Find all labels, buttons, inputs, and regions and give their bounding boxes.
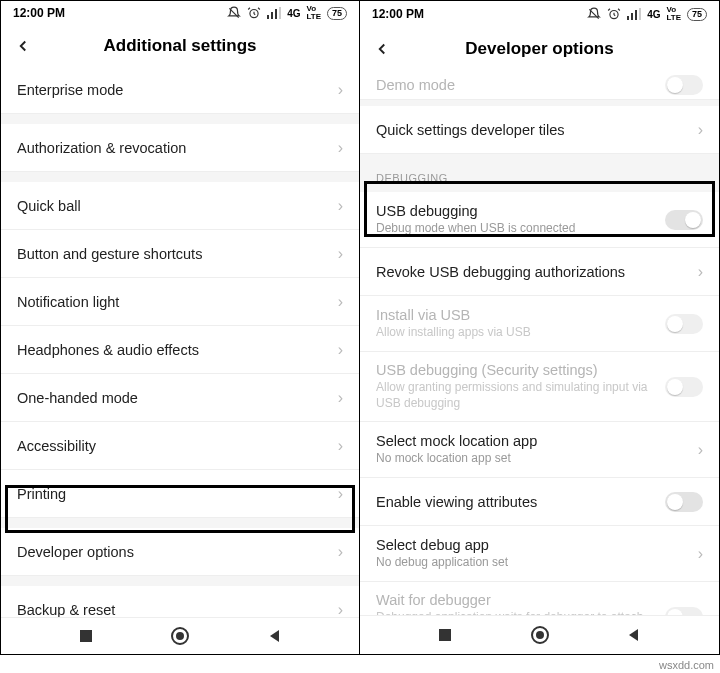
nav-back-button[interactable] xyxy=(624,625,644,645)
settings-list: Enterprise mode › Authorization & revoca… xyxy=(1,66,359,617)
chevron-right-icon: › xyxy=(338,437,343,455)
header: Additional settings xyxy=(1,26,359,66)
nav-bar xyxy=(1,617,359,654)
status-bar: 12:00 PM 4G VoLTE 75 xyxy=(360,1,719,27)
row-printing[interactable]: Printing › xyxy=(1,470,359,518)
row-sublabel: Debugged application waits for debugger … xyxy=(376,610,657,614)
row-button-gesture-shortcuts[interactable]: Button and gesture shortcuts › xyxy=(1,230,359,278)
row-label: USB debugging xyxy=(376,203,657,219)
row-label: Wait for debugger xyxy=(376,592,657,608)
svg-rect-3 xyxy=(275,9,277,19)
section-gap xyxy=(1,114,359,124)
chevron-right-icon: › xyxy=(338,341,343,359)
row-select-debug-app[interactable]: Select debug app No debug application se… xyxy=(360,526,719,582)
svg-rect-5 xyxy=(80,630,92,642)
chevron-right-icon: › xyxy=(338,197,343,215)
chevron-right-icon: › xyxy=(338,543,343,561)
row-sublabel: Allow installing apps via USB xyxy=(376,325,657,341)
row-label: Backup & reset xyxy=(17,602,330,617)
square-icon xyxy=(79,629,93,643)
back-button[interactable] xyxy=(1,37,45,55)
svg-rect-1 xyxy=(267,15,269,19)
chevron-right-icon: › xyxy=(338,389,343,407)
svg-point-7 xyxy=(176,632,184,640)
row-backup-reset[interactable]: Backup & reset › xyxy=(1,586,359,617)
back-button[interactable] xyxy=(360,40,404,58)
signal-icon xyxy=(627,8,641,20)
row-label: Select mock location app xyxy=(376,433,690,449)
row-viewing-attributes[interactable]: Enable viewing attributes xyxy=(360,478,719,526)
row-label: One-handed mode xyxy=(17,390,330,406)
svg-marker-17 xyxy=(629,629,638,641)
status-icons: 4G VoLTE 75 xyxy=(227,5,347,21)
nav-bar xyxy=(360,615,719,654)
row-quick-settings-tiles[interactable]: Quick settings developer tiles › xyxy=(360,106,719,154)
chevron-right-icon: › xyxy=(338,81,343,99)
circle-icon xyxy=(171,627,189,645)
chevron-right-icon: › xyxy=(338,245,343,263)
row-mock-location[interactable]: Select mock location app No mock locatio… xyxy=(360,422,719,478)
section-gap xyxy=(1,172,359,182)
row-label: Authorization & revocation xyxy=(17,140,330,156)
nav-home-button[interactable] xyxy=(170,626,190,646)
header: Developer options xyxy=(360,27,719,70)
battery-icon: 75 xyxy=(327,7,347,20)
row-usb-debugging[interactable]: USB debugging Debug mode when USB is con… xyxy=(360,192,719,248)
row-authorization-revocation[interactable]: Authorization & revocation › xyxy=(1,124,359,172)
row-sublabel: No debug application set xyxy=(376,555,690,571)
toggle-switch[interactable] xyxy=(665,75,703,95)
svg-rect-11 xyxy=(631,13,633,20)
svg-rect-12 xyxy=(635,10,637,20)
row-label: USB debugging (Security settings) xyxy=(376,362,657,378)
nav-back-button[interactable] xyxy=(265,626,285,646)
status-time: 12:00 PM xyxy=(13,6,65,20)
dnd-icon xyxy=(227,6,241,20)
row-accessibility[interactable]: Accessibility › xyxy=(1,422,359,470)
row-enterprise-mode[interactable]: Enterprise mode › xyxy=(1,66,359,114)
chevron-left-icon xyxy=(373,40,391,58)
svg-rect-14 xyxy=(439,629,451,641)
row-revoke-usb-auth[interactable]: Revoke USB debugging authorizations › xyxy=(360,248,719,296)
nav-recents-button[interactable] xyxy=(76,626,96,646)
status-volte: VoLTE xyxy=(666,6,681,22)
svg-rect-2 xyxy=(271,12,273,19)
row-quick-ball[interactable]: Quick ball › xyxy=(1,182,359,230)
row-label: Notification light xyxy=(17,294,330,310)
section-gap xyxy=(1,576,359,586)
row-label: Quick ball xyxy=(17,198,330,214)
row-notification-light[interactable]: Notification light › xyxy=(1,278,359,326)
phone-left: 12:00 PM 4G VoLTE 75 Additional settings… xyxy=(1,1,360,654)
signal-icon xyxy=(267,7,281,19)
row-developer-options[interactable]: Developer options › xyxy=(1,528,359,576)
toggle-switch[interactable] xyxy=(665,377,703,397)
row-sublabel: No mock location app set xyxy=(376,451,690,467)
chevron-right-icon: › xyxy=(698,545,703,563)
section-gap xyxy=(1,518,359,528)
chevron-right-icon: › xyxy=(338,293,343,311)
nav-home-button[interactable] xyxy=(530,625,550,645)
chevron-right-icon: › xyxy=(698,121,703,139)
toggle-switch[interactable] xyxy=(665,210,703,230)
chevron-right-icon: › xyxy=(698,441,703,459)
row-label: Headphones & audio effects xyxy=(17,342,330,358)
triangle-left-icon xyxy=(268,629,282,643)
row-usb-security-settings[interactable]: USB debugging (Security settings) Allow … xyxy=(360,352,719,422)
toggle-switch[interactable] xyxy=(665,492,703,512)
row-demo-mode[interactable]: Demo mode xyxy=(360,70,719,100)
toggle-switch[interactable] xyxy=(665,314,703,334)
row-label: Printing xyxy=(17,486,330,502)
row-install-via-usb[interactable]: Install via USB Allow installing apps vi… xyxy=(360,296,719,352)
nav-recents-button[interactable] xyxy=(435,625,455,645)
square-icon xyxy=(438,628,452,642)
row-label: Install via USB xyxy=(376,307,657,323)
row-one-handed-mode[interactable]: One-handed mode › xyxy=(1,374,359,422)
row-wait-for-debugger[interactable]: Wait for debugger Debugged application w… xyxy=(360,582,719,614)
toggle-switch[interactable] xyxy=(665,607,703,615)
row-label: Button and gesture shortcuts xyxy=(17,246,330,262)
row-label: Accessibility xyxy=(17,438,330,454)
row-headphones-audio[interactable]: Headphones & audio effects › xyxy=(1,326,359,374)
status-network: 4G xyxy=(647,9,660,20)
alarm-icon xyxy=(247,6,261,20)
svg-rect-4 xyxy=(279,7,281,19)
dnd-icon xyxy=(587,7,601,21)
